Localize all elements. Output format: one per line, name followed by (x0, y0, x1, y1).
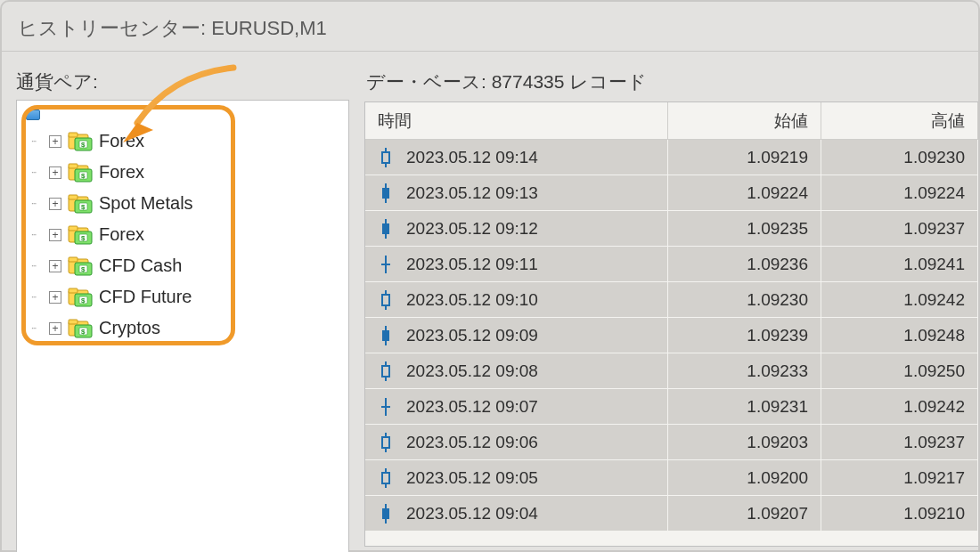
tree-item-label: Cryptos (99, 318, 160, 338)
svg-text:$: $ (81, 202, 86, 210)
table-row[interactable]: 2023.05.12 09:121.092351.09237 (365, 211, 978, 247)
tree-connector-icon: ··· (31, 136, 44, 146)
svg-rect-47 (382, 330, 389, 341)
tree-item[interactable]: ···+ $ Cryptos (31, 313, 345, 344)
table-row[interactable]: 2023.05.12 09:091.092391.09248 (365, 318, 978, 353)
cell-high: 1.09237 (903, 433, 965, 452)
cell-open: 1.09235 (747, 219, 808, 239)
svg-text:$: $ (81, 296, 86, 304)
cell-open: 1.09200 (747, 468, 808, 488)
history-center-window: ヒストリーセンター: EURUSD,M1 通貨ペア: (0, 0, 980, 552)
cell-time: 2023.05.12 09:11 (406, 255, 538, 274)
cell-time: 2023.05.12 09:12 (406, 219, 538, 239)
cell-time: 2023.05.12 09:09 (406, 326, 538, 345)
table-row[interactable]: 2023.05.12 09:051.092001.09217 (365, 460, 978, 496)
tree-expand-icon[interactable]: + (49, 229, 61, 241)
tree-connector-icon: ··· (31, 292, 44, 302)
symbols-tree[interactable]: ···+ $ Forex···+ $ Forex···+ $ Spot Meta… (16, 100, 349, 552)
tree-connector-icon: ··· (31, 167, 44, 177)
grid-header: 時間 始値 高値 (365, 102, 978, 140)
cell-open: 1.09203 (747, 433, 808, 452)
svg-text:$: $ (81, 264, 86, 272)
svg-rect-27 (69, 288, 78, 293)
tree-item[interactable]: ···+ $ Forex (31, 126, 345, 157)
cell-time: 2023.05.12 09:07 (406, 397, 538, 417)
tree-item[interactable]: ···+ $ CFD Future (31, 281, 345, 313)
svg-rect-32 (69, 320, 78, 324)
folder-icon: $ (67, 256, 94, 276)
candle-icon (378, 323, 394, 348)
table-row[interactable]: 2023.05.12 09:071.092311.09242 (365, 389, 978, 425)
svg-rect-22 (69, 257, 78, 262)
table-row[interactable]: 2023.05.12 09:111.092361.09241 (365, 247, 978, 282)
candle-icon (378, 181, 394, 206)
symbols-label: 通貨ペア: (16, 69, 364, 94)
table-row[interactable]: 2023.05.12 09:081.092331.09250 (365, 353, 978, 389)
column-header-time[interactable]: 時間 (365, 102, 668, 140)
cell-open: 1.09219 (747, 148, 808, 167)
tree-expand-icon[interactable]: + (49, 322, 61, 335)
tree-expand-icon[interactable]: + (49, 166, 61, 179)
cell-time: 2023.05.12 09:10 (406, 290, 538, 310)
table-row[interactable]: 2023.05.12 09:141.092191.09230 (365, 140, 978, 175)
svg-rect-17 (69, 226, 78, 231)
folder-icon: $ (67, 225, 94, 245)
tree-connector-icon: ··· (31, 261, 44, 271)
data-grid[interactable]: 時間 始値 高値 2023.05.12 09:141.092191.092302… (364, 101, 978, 547)
cell-open: 1.09230 (747, 290, 808, 310)
cell-high: 1.09248 (903, 326, 965, 345)
tree-expand-icon[interactable]: + (49, 198, 61, 210)
candle-icon (378, 216, 394, 241)
candle-icon (378, 430, 394, 455)
folder-icon: $ (67, 194, 94, 214)
folder-icon: $ (67, 163, 94, 183)
tree-expand-icon[interactable]: + (49, 135, 61, 148)
cell-time: 2023.05.12 09:14 (406, 148, 538, 167)
column-header-high[interactable]: 高値 (821, 102, 978, 140)
tree-item-label: Spot Metals (99, 193, 193, 214)
svg-rect-39 (382, 188, 389, 199)
candle-icon (378, 288, 394, 313)
tree-item[interactable]: ···+ $ Forex (31, 219, 345, 250)
svg-rect-7 (69, 164, 78, 168)
table-row[interactable]: 2023.05.12 09:061.092031.09237 (365, 425, 978, 460)
table-row[interactable]: 2023.05.12 09:041.092071.09210 (365, 496, 978, 532)
candle-icon (378, 501, 394, 526)
table-row[interactable]: 2023.05.12 09:131.092241.09224 (365, 175, 978, 211)
cell-open: 1.09231 (747, 397, 808, 417)
record-count: 8774335 (492, 71, 565, 92)
svg-text:$: $ (81, 233, 86, 241)
table-row[interactable]: 2023.05.12 09:101.092301.09242 (365, 282, 978, 318)
svg-rect-49 (382, 366, 389, 377)
candle-icon (378, 359, 394, 384)
symbols-panel: 通貨ペア: ···+ $ Forex···+ (2, 52, 364, 550)
tree-item[interactable]: ···+ $ CFD Cash (31, 250, 345, 281)
tree-item-label: CFD Cash (99, 256, 182, 276)
svg-text:$: $ (81, 327, 86, 335)
candle-icon (378, 394, 394, 419)
cell-high: 1.09241 (903, 255, 965, 274)
tree-item-label: Forex (99, 131, 144, 151)
tree-connector-icon: ··· (31, 323, 44, 333)
cell-high: 1.09224 (903, 183, 965, 203)
tree-connector-icon: ··· (31, 199, 44, 208)
tree-item-label: Forex (99, 224, 144, 245)
candle-icon (378, 466, 394, 491)
folder-icon: $ (67, 132, 94, 151)
tree-expand-icon[interactable]: + (49, 260, 61, 272)
cell-open: 1.09224 (747, 183, 808, 203)
tree-item[interactable]: ···+ $ Spot Metals (31, 188, 345, 219)
cell-high: 1.09242 (903, 290, 965, 310)
tree-item[interactable]: ···+ $ Forex (31, 157, 345, 188)
cell-high: 1.09237 (903, 219, 965, 239)
database-label: デー・ベース: 8774335 レコード (364, 69, 978, 94)
tree-expand-icon[interactable]: + (49, 291, 61, 304)
cell-time: 2023.05.12 09:04 (406, 504, 538, 524)
cell-high: 1.09250 (903, 361, 965, 381)
svg-text:$: $ (81, 171, 86, 179)
column-header-open[interactable]: 始値 (668, 102, 821, 140)
cell-high: 1.09210 (903, 504, 965, 524)
svg-rect-2 (69, 133, 78, 137)
candle-icon (378, 252, 394, 277)
cell-time: 2023.05.12 09:08 (406, 361, 538, 381)
